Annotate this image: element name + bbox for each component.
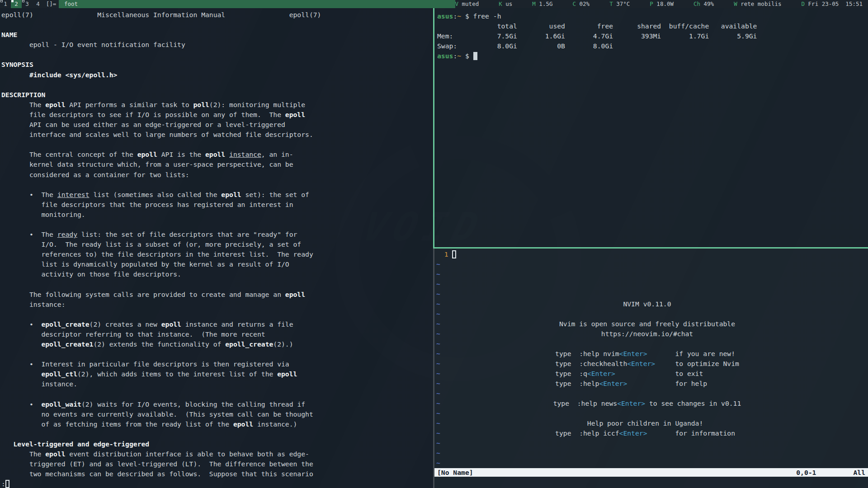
status-module-c: C 02% <box>572 0 590 8</box>
status-module-k: K us <box>499 0 512 8</box>
nvim-file-name: [No Name] <box>437 468 473 477</box>
man-line: instance: <box>1 300 433 310</box>
nvim-row: ~type :checkhealth<Enter> to optimize Nv… <box>434 359 868 369</box>
man-line: The epoll API performs a similar task to… <box>1 100 433 110</box>
man-line: considered as a container for two lists: <box>1 170 433 180</box>
nvim-cmdline <box>434 477 868 488</box>
tag-1[interactable]: 1 <box>0 0 11 8</box>
man-line <box>1 20 433 30</box>
terminal-output-line: total used free shared buff/cache availa… <box>437 21 868 31</box>
tag-client-indicator <box>0 0 3 2</box>
nvim-tilde: ~ <box>436 379 440 389</box>
nvim-row: ~ <box>434 389 868 399</box>
nvim-tilde: ~ <box>436 438 440 448</box>
man-line: epoll_create1(2) extends the functionali… <box>1 339 433 349</box>
layout-symbol[interactable]: []= <box>43 0 59 8</box>
nvim-tilde: ~ <box>436 418 440 428</box>
man-line: I/O. The ready list is a subset of (or, … <box>1 239 433 249</box>
nvim-tilde: ~ <box>436 259 440 269</box>
prompt-path: ~ <box>457 12 461 20</box>
man-line <box>1 429 433 439</box>
man-line: The central concept of the epoll API is … <box>1 150 433 160</box>
status-key: W <box>734 0 737 7</box>
nvim-row: 1 <box>434 249 868 259</box>
status-key: D <box>802 0 805 7</box>
man-line: The epoll event distribution interface i… <box>1 449 433 459</box>
nvim-row: ~ <box>434 259 868 269</box>
man-line: • The ready list: the set of file descri… <box>1 230 433 239</box>
tag-3[interactable]: 3 <box>22 0 33 8</box>
neovim-window[interactable]: 1 ~~~~~NVIM v0.11.0~~Nvim is open source… <box>434 249 868 488</box>
terminal-cursor <box>473 52 477 60</box>
nvim-tilde: ~ <box>436 428 440 438</box>
man-line <box>1 220 433 230</box>
tag-client-indicator <box>22 0 24 2</box>
focused-window-border-bottom <box>433 247 868 249</box>
status-key: T <box>609 0 613 7</box>
man-line: • The interest list (sometimes also call… <box>1 190 433 200</box>
nvim-tilde: ~ <box>436 359 440 369</box>
man-line: The following system calls are provided … <box>1 290 433 300</box>
man-line: #include <sys/epoll.h> <box>1 70 433 80</box>
window-title-text: foot <box>64 0 78 7</box>
nvim-cursor <box>452 250 456 258</box>
tag-2[interactable]: 2 <box>11 0 22 8</box>
man-line: two mechanisms can be described as follo… <box>1 469 433 479</box>
nvim-tilde: ~ <box>436 309 440 319</box>
nvim-tilde: ~ <box>436 399 440 408</box>
nvim-statusline: [No Name] 0,0-1 All <box>434 468 868 477</box>
man-line: monitoring. <box>1 210 433 220</box>
nvim-row: ~ <box>434 458 868 468</box>
nvim-row: ~type :q<Enter> to exit <box>434 369 868 379</box>
man-line <box>1 310 433 319</box>
nvim-cursor-position: 0,0-1 <box>796 468 816 477</box>
man-line <box>1 389 433 399</box>
man-line: descriptor referring to that instance. (… <box>1 329 433 339</box>
nvim-row: ~Nvim is open source and freely distribu… <box>434 319 868 329</box>
nvim-row: ~ <box>434 408 868 418</box>
shell-terminal[interactable]: asus:~ $ free -h total used free shared … <box>434 8 868 247</box>
nvim-intro-text: https://neovim.io/#chat <box>434 329 868 339</box>
status-module-v: V muted <box>455 0 479 8</box>
nvim-row: ~ <box>434 279 868 289</box>
man-line: list is dynamically populated by the ker… <box>1 259 433 269</box>
man-line: NAME <box>1 30 433 40</box>
man-line: DESCRIPTION <box>1 90 433 100</box>
nvim-intro-text: type :help iccf<Enter> for information <box>434 428 868 438</box>
pager-cursor <box>5 480 9 488</box>
nvim-tilde: ~ <box>436 319 440 329</box>
nvim-tilde: ~ <box>436 389 440 399</box>
man-line: triggered (ET) and as level-triggered (L… <box>1 459 433 469</box>
man-line: epoll_ctl(2), which adds items to the in… <box>1 369 433 379</box>
status-key: V <box>455 0 459 7</box>
tag-4[interactable]: 4 <box>33 0 43 8</box>
man-page-terminal[interactable]: epoll(7) Miscellaneous Information Manua… <box>0 8 433 488</box>
nvim-intro-text: Nvim is open source and freely distribut… <box>434 319 868 329</box>
man-line: • epoll_create(2) creates a new epoll in… <box>1 319 433 329</box>
terminal-prompt-line: asus:~ $ free -h <box>437 11 868 21</box>
nvim-row: ~type :help iccf<Enter> for information <box>434 428 868 438</box>
status-module-ch: Ch 49% <box>693 0 714 8</box>
nvim-row: ~ <box>434 269 868 279</box>
nvim-buffer: 1 ~~~~~NVIM v0.11.0~~Nvim is open source… <box>434 249 868 468</box>
nvim-row: ~type :help news<Enter> to see changes i… <box>434 399 868 408</box>
man-line: • epoll_wait(2) waits for I/O events, bl… <box>1 399 433 409</box>
nvim-tilde: ~ <box>436 329 440 339</box>
man-line: instance. <box>1 379 433 389</box>
nvim-row: ~NVIM v0.11.0 <box>434 299 868 309</box>
status-key: P <box>650 0 653 7</box>
man-line: • Interest in particular file descriptor… <box>1 359 433 369</box>
nvim-intro-text: type :q<Enter> to exit <box>434 369 868 379</box>
nvim-row: ~type :help<Enter> for help <box>434 379 868 389</box>
status-key: K <box>499 0 502 7</box>
nvim-intro-text: NVIM v0.11.0 <box>434 299 868 309</box>
nvim-row: ~ <box>434 448 868 458</box>
man-line <box>1 140 433 150</box>
man-line: kernel data structure which, from a user… <box>1 160 433 169</box>
nvim-intro-text: Help poor children in Uganda! <box>434 418 868 428</box>
man-line: API can be used either as an edge-trigge… <box>1 120 433 130</box>
man-line: file descriptors that the process has re… <box>1 200 433 210</box>
dwm-status-bar: 1234 []= foot V mutedK usM 1.5GC 02%T 37… <box>0 0 868 8</box>
nvim-tilde: ~ <box>436 408 440 418</box>
man-line: epoll - I/O event notification facility <box>1 40 433 50</box>
